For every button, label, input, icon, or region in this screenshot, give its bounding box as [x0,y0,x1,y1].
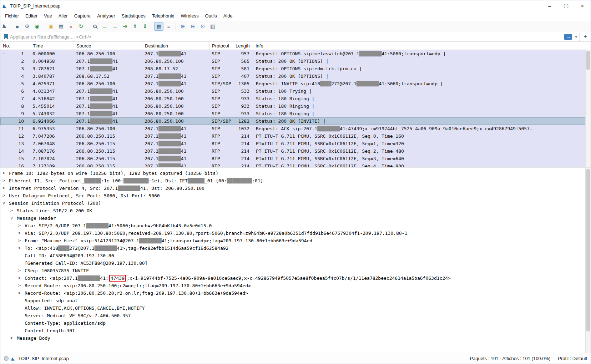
expander-icon[interactable]: > [2,184,9,192]
detail-line-ethernet[interactable]: > Ethernet II, Src: Fortinet_██████:1e (… [0,177,585,184]
packet-row-selected[interactable]: 10 6.924066 207.1████████41 206.80.250.1… [0,117,585,125]
auto-scroll-icon[interactable]: ≡ [164,22,173,31]
packet-row[interactable]: 2 0.004958 207.1████████41 206.80.250.10… [0,57,585,65]
expander-icon[interactable]: > [10,334,17,342]
menu-capture[interactable]: Capture [71,12,94,20]
expander-icon[interactable]: > [18,282,25,289]
detail-line-allow[interactable]: Allow: INVITE,ACK,OPTIONS,CANCEL,BYE,NOT… [0,304,585,312]
capture-options-icon[interactable]: ⚙ [22,22,32,31]
detail-line-via2[interactable]: > Via: SIP/2.0/UDP 209.197.130.80:5060;r… [0,229,585,237]
packet-row[interactable]: 6 4.031347 207.1████████41 206.80.250.10… [0,87,585,95]
filter-dropdown-icon[interactable]: ▾ [574,35,578,39]
apply-filter-icon[interactable]: → [564,34,572,40]
save-file-icon[interactable]: ▤ [56,22,66,31]
scrollbar-thumb[interactable] [586,51,590,70]
detail-line-sip[interactable]: v Session Initiation Protocol (200) [0,199,585,207]
menu-vue[interactable]: Vue [41,12,55,20]
menu-analyser[interactable]: Analyser [94,12,118,20]
packet-row[interactable]: 1 0.000000 206.80.250.100 207.1████████4… [0,50,585,57]
packet-row[interactable]: 13 7.067048 206.80.250.115 207.1████████… [0,140,585,147]
expander-icon[interactable]: > [2,177,9,184]
expander-icon[interactable]: > [18,267,25,274]
detail-line-contact[interactable]: > Contact: <sip:207.1████████41: 47439 ;… [0,274,585,282]
reload-file-icon[interactable]: ↻ [76,22,86,31]
expander-icon[interactable]: > [18,237,25,244]
detail-line-supported[interactable]: Supported: sdp-anat [0,297,585,304]
display-filter-field[interactable]: → ▾ [2,33,580,41]
filter-bookmark-icon[interactable] [4,34,8,40]
menu-fichier[interactable]: Fichier [2,12,22,20]
packet-row[interactable]: 3 3.787621 207.1████████41 208.68.17.52 … [0,65,585,72]
details-scrollbar[interactable] [585,168,591,353]
packet-row[interactable]: 4 3.840787 208.68.17.52 207.1████████41 … [0,72,585,80]
menu-aller[interactable]: Aller [55,12,71,20]
expert-info-icon[interactable] [4,356,9,361]
find-packet-icon[interactable] [90,22,100,31]
zoom-out-icon[interactable]: ⊖ [188,22,197,31]
packet-row[interactable]: 5 4.025371 206.80.250.100 207.1████████4… [0,80,585,87]
detail-line-message-header[interactable]: v Message Header [0,214,585,222]
detail-line-from[interactable]: > From: "Maxime Hiez" <sip:5141231234@20… [0,237,585,244]
zoom-in-icon[interactable]: ⊕ [178,22,187,31]
detail-line-udp[interactable]: > User Datagram Protocol, Src Port: 5060… [0,192,585,199]
packet-row[interactable]: 15 7.107024 206.80.250.115 207.1████████… [0,155,585,162]
open-file-icon[interactable]: ▣ [46,22,56,31]
resize-columns-icon[interactable]: ▥ [208,22,217,31]
column-header-protocol[interactable]: Protocol [209,42,233,50]
profile-label[interactable]: Profil : Default [558,356,587,361]
expander-icon[interactable]: > [18,274,25,282]
detail-line-server[interactable]: Server: Mediant VE SBC/v.7.40A.500.357 [0,312,585,319]
go-last-icon[interactable]: ⇓ [140,22,150,31]
detail-line-frame[interactable]: > Frame 10: 1282 bytes on wire (10256 bi… [0,170,585,177]
column-header-source[interactable]: Source [74,42,142,50]
expander-icon[interactable]: > [18,289,25,297]
go-first-icon[interactable]: ⇑ [130,22,140,31]
packet-list-scrollbar[interactable] [585,50,591,167]
menu-wireless[interactable]: Wireless [178,12,202,20]
packet-row[interactable]: 11 6.975353 206.80.250.100 207.1████████… [0,125,585,132]
minimize-icon[interactable]: – [541,0,558,11]
detail-line-generated-call-id[interactable]: [Generated Call-ID: AC53FB84@209.197.130… [0,259,585,267]
expander-icon[interactable]: v [2,199,9,207]
detail-line-record-route2[interactable]: > Record-Route: <sip:206.80.250.20;r2=on… [0,289,585,297]
restart-capture-icon[interactable]: ◉ [32,22,42,31]
packet-row[interactable]: 12 7.047206 206.80.250.115 207.1████████… [0,132,585,140]
expander-icon[interactable]: > [18,222,25,229]
menu-outils[interactable]: Outils [202,12,220,20]
expander-icon[interactable]: > [2,170,9,177]
scrollbar-thumb[interactable] [586,169,590,332]
restore-icon[interactable]: ▢ [558,0,574,11]
go-to-packet-icon[interactable]: ⇥ [120,22,130,31]
start-capture-icon[interactable]: ◣ [1,22,13,31]
packet-row[interactable]: 14 7.087176 206.80.250.115 207.1████████… [0,147,585,155]
expander-icon[interactable]: v [10,214,17,222]
zoom-100-icon[interactable]: ⊙ [198,22,207,31]
detail-line-content-type[interactable]: Content-Type: application/sdp [0,319,585,327]
packet-row[interactable]: 9 5.743032 207.1████████41 206.80.250.10… [0,110,585,117]
expander-icon[interactable]: > [10,207,17,214]
expander-icon[interactable]: > [18,229,25,237]
add-filter-button-icon[interactable]: + [581,33,589,41]
stop-capture-icon[interactable]: ■ [12,22,22,31]
expander-icon[interactable]: > [18,244,25,252]
packet-row[interactable]: 8 5.455014 207.1████████41 206.80.250.10… [0,102,585,110]
expander-icon[interactable]: > [2,192,9,199]
detail-line-via1[interactable]: > Via: SIP/2.0/UDP 207.1████████41:5060;… [0,222,585,229]
detail-line-ip[interactable]: > Internet Protocol Version 4, Src: 207.… [0,184,585,192]
close-window-icon[interactable]: × [574,0,591,11]
detail-line-cseq[interactable]: > CSeq: 1080357835 INVITE [0,267,585,274]
packet-row[interactable]: 7 4.516842 207.1████████41 206.80.250.10… [0,95,585,102]
display-filter-input[interactable] [10,34,562,40]
detail-line-call-id[interactable]: Call-ID: AC58FB34@209.197.130.80 [0,252,585,259]
colorize-icon[interactable]: ▦ [154,22,163,31]
go-forward-icon[interactable]: → [110,22,120,31]
detail-line-record-route1[interactable]: > Record-Route: <sip:206.80.250.100;r2=o… [0,282,585,289]
column-header-destination[interactable]: Destination [142,42,209,50]
go-back-icon[interactable]: ← [100,22,110,31]
menu-telephonie[interactable]: Telephonie [149,12,178,20]
detail-line-to[interactable]: > To: <sip:418████272@207.1████████41>;t… [0,244,585,252]
column-header-time[interactable]: Time [30,42,74,50]
packet-row[interactable]: 16 7.127109 206.80.250.115 207.1████████… [0,162,585,167]
column-header-info[interactable]: Info [253,42,585,50]
menu-editer[interactable]: Editer [22,12,41,20]
